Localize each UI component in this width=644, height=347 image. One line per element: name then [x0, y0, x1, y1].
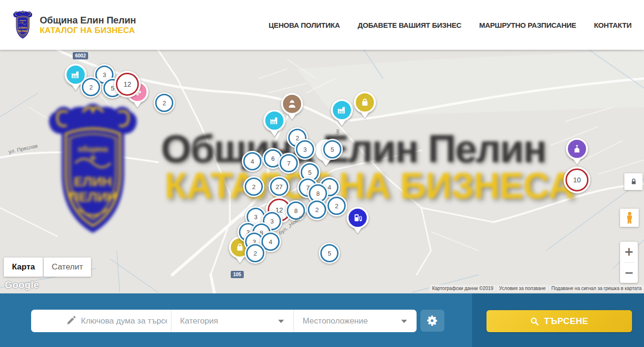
- nav-contacts[interactable]: КОНТАКТИ: [594, 21, 632, 29]
- map-cluster[interactable]: 2: [154, 92, 175, 113]
- cluster-count: 7: [280, 154, 298, 172]
- cluster-count: 5: [323, 140, 341, 158]
- site-title: Община Елин Пелин: [40, 15, 136, 26]
- map-cluster[interactable]: 5: [322, 139, 343, 160]
- cluster-count: 2: [246, 244, 264, 262]
- map-markers: 3251222354675227748221283338342510600210…: [0, 50, 644, 293]
- gear-icon: [426, 314, 439, 327]
- search-bar: Категория Местоположение: [0, 293, 644, 347]
- cluster-count: 12: [116, 73, 139, 96]
- street-view-pegman-button[interactable]: [620, 209, 639, 227]
- road-number-badge: 105: [231, 271, 244, 278]
- google-map[interactable]: Община Елин Пелин КАТАЛОГ НА БИЗНЕСА 325…: [0, 50, 644, 293]
- pegman-icon: [624, 212, 635, 224]
- map-cluster[interactable]: 2: [326, 195, 347, 216]
- zoom-in-button[interactable]: +: [620, 242, 638, 262]
- search-icon: [530, 317, 539, 326]
- nav-pricing-policy[interactable]: ЦЕНОВА ПОЛИТИКА: [269, 21, 340, 29]
- municipality-crest-icon: [11, 11, 34, 40]
- site-header: Община Елин Пелин КАТАЛОГ НА БИЗНЕСА ЦЕН…: [0, 0, 644, 50]
- cluster-count: 2: [155, 94, 173, 112]
- pin-tail: [353, 227, 362, 234]
- search-pill: Категория Местоположение: [31, 310, 417, 332]
- site-subtitle: КАТАЛОГ НА БИЗНЕСА: [40, 26, 136, 35]
- map-cluster[interactable]: 10: [564, 167, 590, 193]
- pin-tail: [338, 120, 346, 126]
- cluster-count: 4: [243, 152, 261, 170]
- nav-route-schedule[interactable]: МАРШРУТНО РАЗПИСАНИЕ: [479, 21, 576, 29]
- pin-tail: [322, 160, 330, 166]
- street-name-label: ул. Преслав: [8, 143, 38, 155]
- factory-icon: [70, 69, 81, 80]
- pin-tail: [71, 84, 80, 90]
- site-logo[interactable]: Община Елин Пелин КАТАЛОГ НА БИЗНЕСА: [11, 11, 136, 40]
- lock-icon: [630, 178, 638, 186]
- map-pin-bag[interactable]: [354, 91, 376, 113]
- attribution-copyright: Картографски данни ©2019: [429, 285, 496, 292]
- keyword-search-input[interactable]: [80, 316, 168, 326]
- cluster-count: 2: [308, 201, 326, 219]
- category-dropdown-label: Категория: [180, 316, 218, 326]
- search-button-label: ТЪРСЕНЕ: [544, 316, 588, 326]
- advanced-settings-button[interactable]: [420, 310, 444, 332]
- church-icon: [572, 144, 582, 154]
- map-cluster[interactable]: 27: [269, 176, 290, 197]
- attribution-report-error-link[interactable]: Подаване на сигнал за грешка в картата: [549, 285, 644, 292]
- map-cluster[interactable]: 2: [306, 199, 328, 220]
- cluster-count: 2: [328, 197, 346, 215]
- map-cluster[interactable]: 2: [245, 243, 266, 264]
- zoom-out-button[interactable]: −: [620, 263, 638, 283]
- map-attribution: Картографски данни ©2019 Условия за полз…: [429, 285, 644, 292]
- pin-tail: [361, 112, 369, 118]
- pin-tail: [270, 130, 279, 136]
- factory-icon: [269, 115, 280, 126]
- map-pin-factory[interactable]: [263, 110, 285, 132]
- keyword-field-section: [31, 310, 171, 332]
- map-cluster[interactable]: 12: [114, 71, 141, 98]
- map-cluster[interactable]: 3: [294, 139, 316, 160]
- google-logo[interactable]: Google: [5, 280, 39, 291]
- map-lock-button[interactable]: [624, 173, 643, 190]
- map-cluster[interactable]: 2: [80, 77, 102, 98]
- search-bar-right: ТЪРСЕНЕ: [472, 293, 644, 347]
- map-view-button[interactable]: Карта: [4, 257, 43, 277]
- location-dropdown-label: Местоположение: [303, 316, 368, 326]
- chevron-down-icon: [278, 320, 284, 323]
- fuel-icon: [352, 213, 363, 223]
- street-name-label: ци: [333, 128, 340, 135]
- road-number-badge: 6002: [73, 52, 88, 59]
- cluster-count: 3: [296, 140, 314, 158]
- factory-icon: [337, 105, 347, 115]
- map-pin-church[interactable]: [566, 138, 588, 160]
- search-button[interactable]: ТЪРСЕНЕ: [486, 310, 632, 332]
- page: Община Елин Пелин КАТАЛОГ НА БИЗНЕСА ЦЕН…: [0, 0, 644, 347]
- cluster-count: 2: [245, 178, 263, 196]
- pin-tail: [133, 101, 142, 108]
- category-dropdown[interactable]: Категория: [171, 310, 294, 332]
- map-cluster[interactable]: 7: [278, 153, 299, 174]
- location-dropdown[interactable]: Местоположение: [294, 310, 417, 332]
- map-pin-factory[interactable]: [331, 99, 353, 121]
- main-nav: ЦЕНОВА ПОЛИТИКА ДОБАВЕТЕ ВАШИЯТ БИЗНЕС М…: [269, 21, 644, 29]
- nav-add-your-business[interactable]: ДОБАВЕТЕ ВАШИЯТ БИЗНЕС: [358, 21, 462, 29]
- pin-tail: [573, 158, 581, 165]
- zoom-control: + −: [620, 242, 638, 283]
- map-pin-worker[interactable]: [281, 93, 303, 115]
- cluster-count: 2: [82, 78, 100, 96]
- cluster-count: 5: [320, 244, 339, 262]
- cluster-count: 10: [565, 168, 588, 191]
- map-cluster[interactable]: 2: [243, 176, 264, 197]
- chevron-down-icon: [401, 320, 407, 323]
- map-cluster[interactable]: 5: [319, 243, 340, 264]
- pin-tail: [236, 257, 244, 263]
- pencil-icon: [66, 315, 76, 326]
- search-bar-left: Категория Местоположение: [0, 293, 472, 347]
- cluster-count: 27: [270, 178, 288, 196]
- map-cluster[interactable]: 4: [242, 151, 263, 172]
- pin-tail: [288, 113, 296, 120]
- map-pin-fuel[interactable]: [347, 207, 369, 229]
- satellite-view-button[interactable]: Сателит: [44, 257, 91, 277]
- map-type-control: Карта Сателит: [4, 257, 91, 277]
- attribution-terms-link[interactable]: Условия за ползване: [497, 285, 548, 292]
- site-logo-text: Община Елин Пелин КАТАЛОГ НА БИЗНЕСА: [40, 15, 136, 35]
